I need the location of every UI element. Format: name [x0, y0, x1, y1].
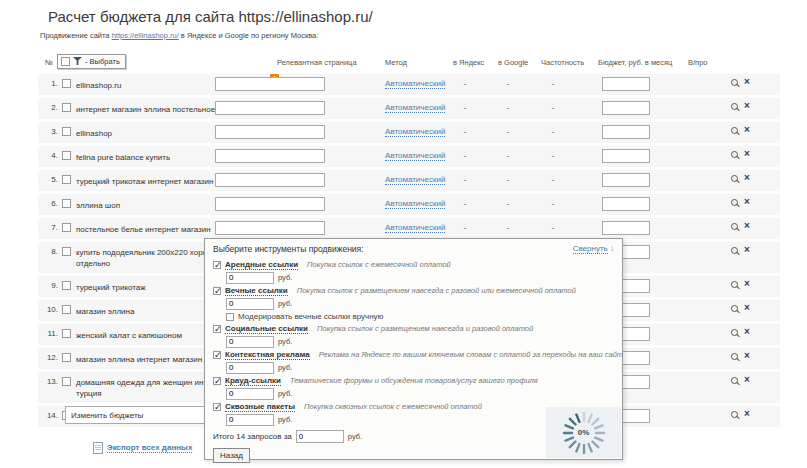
promotion-tool: Контекстная реклама Реклама на Яндексе п… [213, 349, 614, 374]
relevant-page-input[interactable] [215, 221, 325, 235]
relevant-page-input[interactable] [215, 77, 325, 91]
search-icon[interactable] [730, 175, 740, 185]
row-checkbox[interactable] [62, 247, 71, 256]
back-button[interactable]: Назад [213, 448, 250, 463]
search-icon[interactable] [730, 223, 740, 233]
tool-checkbox[interactable] [213, 287, 221, 295]
search-icon[interactable] [730, 79, 740, 89]
tool-budget-input[interactable] [226, 272, 274, 284]
change-budgets-select[interactable]: Изменить бюджеты ▾ [65, 406, 217, 424]
collapse-link[interactable]: Свернуть ↓ [573, 244, 614, 253]
tool-budget-input[interactable] [226, 298, 274, 310]
tool-checkbox[interactable] [213, 403, 221, 411]
tool-checkbox[interactable] [213, 351, 221, 359]
tool-budget-input[interactable] [226, 336, 274, 348]
moderate-label: Модерировать вечные ссылки вручную [238, 312, 384, 321]
delete-icon[interactable]: × [744, 408, 750, 419]
method-link[interactable]: Автоматический [385, 151, 445, 161]
search-icon[interactable] [730, 281, 740, 291]
search-icon[interactable] [730, 103, 740, 113]
method-link[interactable]: Автоматический [385, 175, 445, 185]
delete-icon[interactable]: × [744, 196, 750, 207]
delete-icon[interactable]: × [744, 302, 750, 313]
delete-icon[interactable]: × [744, 76, 750, 87]
budget-input[interactable] [602, 77, 650, 91]
relevant-page-input[interactable] [215, 173, 325, 187]
method-link[interactable]: Автоматический [385, 127, 445, 137]
moderate-checkbox[interactable] [226, 313, 234, 321]
row-number: 10. [42, 305, 58, 314]
select-filter-button[interactable]: - Выбрать [57, 54, 126, 69]
row-checkbox[interactable] [62, 127, 71, 136]
delete-icon[interactable]: × [744, 100, 750, 111]
table-row: 4. felina pure balance купить Автоматиче… [38, 146, 780, 167]
tool-label[interactable]: Вечные ссылки [225, 286, 288, 296]
table-row: 1. ellinashop.ru! Автоматический - - - × [38, 74, 780, 95]
tool-label[interactable]: Социальные ссылки [225, 324, 308, 334]
delete-icon[interactable]: × [744, 220, 750, 231]
row-checkbox[interactable] [62, 103, 71, 112]
relevant-page-input[interactable] [215, 101, 325, 115]
row-checkbox[interactable] [62, 377, 71, 386]
delete-icon[interactable]: × [744, 124, 750, 135]
budget-input[interactable] [602, 101, 650, 115]
relevant-page-input[interactable] [215, 125, 325, 139]
search-icon[interactable] [730, 127, 740, 137]
row-checkbox[interactable] [62, 281, 71, 290]
delete-icon[interactable]: × [744, 278, 750, 289]
search-icon[interactable] [730, 411, 740, 421]
search-icon[interactable] [730, 329, 740, 339]
row-number: 4. [42, 151, 58, 160]
budget-input[interactable] [602, 221, 650, 235]
export-all-link[interactable]: Экспорт всех данных [107, 443, 192, 453]
in-google-value: - [502, 103, 514, 112]
delete-icon[interactable]: × [744, 244, 750, 255]
budget-input[interactable] [602, 125, 650, 139]
tool-label[interactable]: Арендные ссылки [225, 260, 298, 270]
budget-input[interactable] [602, 173, 650, 187]
tool-budget-input[interactable] [226, 388, 274, 400]
in-yandex-value: - [459, 199, 471, 208]
delete-icon[interactable]: × [744, 326, 750, 337]
row-checkbox[interactable] [62, 175, 71, 184]
tool-checkbox[interactable] [213, 377, 221, 385]
frequency-value: - [547, 79, 559, 88]
row-checkbox[interactable] [62, 223, 71, 232]
relevant-page-input[interactable] [215, 149, 325, 163]
relevant-page-input[interactable] [215, 197, 325, 211]
budget-input[interactable] [602, 197, 650, 211]
tool-budget-input[interactable] [226, 414, 274, 426]
row-checkbox[interactable] [62, 353, 71, 362]
budget-input[interactable] [602, 149, 650, 163]
delete-icon[interactable]: × [744, 374, 750, 385]
row-checkbox[interactable] [62, 79, 71, 88]
method-link[interactable]: Автоматический [385, 79, 445, 89]
search-icon[interactable] [730, 377, 740, 387]
search-icon[interactable] [730, 247, 740, 257]
row-checkbox[interactable] [62, 329, 71, 338]
method-link[interactable]: Автоматический [385, 223, 445, 233]
method-link[interactable]: Автоматический [385, 199, 445, 209]
select-all-checkbox[interactable] [61, 57, 70, 66]
tool-label[interactable]: Крауд-ссылки [225, 376, 281, 386]
arrow-down-icon: ↓ [610, 244, 614, 253]
tool-label[interactable]: Сквозные пакеты [225, 402, 295, 412]
search-icon[interactable] [730, 151, 740, 161]
tool-budget-input[interactable] [226, 362, 274, 374]
row-number: 12. [42, 353, 58, 362]
search-icon[interactable] [730, 199, 740, 209]
delete-icon[interactable]: × [744, 350, 750, 361]
site-link[interactable]: https://ellinashop.ru/ [112, 31, 179, 40]
total-budget-input[interactable] [296, 430, 344, 443]
tool-checkbox[interactable] [213, 325, 221, 333]
row-checkbox[interactable] [62, 199, 71, 208]
method-link[interactable]: Автоматический [385, 103, 445, 113]
search-icon[interactable] [730, 305, 740, 315]
tool-label[interactable]: Контекстная реклама [225, 350, 310, 360]
delete-icon[interactable]: × [744, 148, 750, 159]
delete-icon[interactable]: × [744, 172, 750, 183]
tool-checkbox[interactable] [213, 261, 221, 269]
search-icon[interactable] [730, 353, 740, 363]
row-checkbox[interactable] [62, 151, 71, 160]
row-checkbox[interactable] [62, 305, 71, 314]
